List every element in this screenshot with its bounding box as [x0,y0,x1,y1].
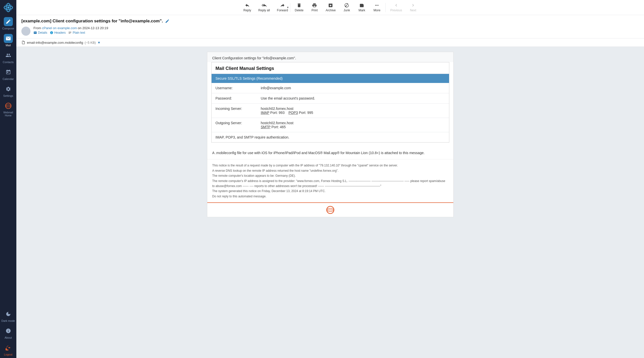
notice-box: This notice is the result of a request m… [207,159,453,202]
sidebar-item-darkmode[interactable]: Dark mode [0,307,16,324]
sidebar-item-webmail[interactable]: Webmail Home [0,99,16,119]
edit-icon[interactable] [165,19,170,23]
table-row: Username: info@example.com [212,83,449,93]
notice-line-3: The remote computer's location appears t… [212,173,448,178]
toolbar: Reply Reply all Forward ▼ Delete Print A… [16,0,644,15]
from-line: From cPanel on example.com on 2024-12-13… [33,26,108,30]
sidebar-item-settings[interactable]: Settings [0,82,16,99]
info-icon [50,31,53,34]
notice-line-6: Do not reply to this automated message. [212,194,448,199]
main-area: Reply Reply all Forward ▼ Delete Print A… [16,0,644,358]
body-intro: Client Configuration settings for "info@… [207,52,453,62]
email-subject: [example.com] Client configuration setti… [21,19,639,24]
sidebar: Compose Mail Contacts Calendar [0,0,16,358]
settings-title: Mail Client Manual Settings [212,62,449,74]
settings-table: Username: info@example.com Password: Use… [212,83,449,132]
ssl-header: Secure SSL/TLS Settings (Recommended) [212,74,449,83]
next-button[interactable]: Next [406,1,421,14]
sidebar-item-contacts[interactable]: Contacts [0,49,16,66]
footer-logo [207,202,453,217]
sidebar-item-mail[interactable]: Mail [0,32,16,49]
attachment-icon [21,40,25,44]
print-button[interactable]: Print [307,1,322,14]
notice-line-5: The system generated this notice on Frid… [212,189,448,194]
attachment-row: email-info@example.com.mobileconfig (~5 … [16,38,644,47]
sidebar-item-calendar[interactable]: Calendar [0,66,16,82]
forward-group: Forward ▼ [273,1,289,14]
plain-text-link[interactable]: Plain text [68,31,85,34]
table-row: Password: Use the email account's passwo… [212,93,449,104]
mail-settings-box: Mail Client Manual Settings Secure SSL/T… [211,62,449,143]
previous-button[interactable]: Previous [387,1,406,14]
email-meta-info: From cPanel on example.com on 2024-12-13… [33,26,108,34]
archive-button[interactable]: Archive [322,1,339,14]
more-button[interactable]: More [369,1,384,14]
reply-button[interactable]: Reply [240,1,255,14]
from-link[interactable]: cPanel on example.com [42,26,77,30]
auth-note: IMAP, POP3, and SMTP require authenticat… [212,132,449,142]
email-body-inner: Client Configuration settings for "info@… [207,52,454,217]
email-actions-row: Details Headers Plain text [33,31,108,34]
email-body[interactable]: Client Configuration settings for "info@… [16,47,644,358]
attachment-dropdown[interactable]: ▼ [97,41,101,44]
cpanel-logo [326,205,335,214]
email-header: [example.com] Client configuration setti… [16,15,644,38]
details-link[interactable]: Details [33,31,47,34]
text-icon [68,31,72,34]
toolbar-separator-1 [290,3,290,12]
envelope-icon [33,31,37,34]
headers-link[interactable]: Headers [50,31,66,34]
app-logo [0,0,16,15]
email-meta: From cPanel on example.com on 2024-12-13… [21,26,639,36]
delete-button[interactable]: Delete [291,1,307,14]
notice-line-4: The remote computer's IP address is assi… [212,178,448,189]
junk-button[interactable]: Junk [339,1,354,14]
attachment-size: (~5 KB) [85,41,96,44]
forward-button[interactable]: Forward [273,1,289,14]
mobileconfig-note: A .mobileconfig file for use with iOS fo… [207,147,453,159]
table-row: Incoming Server: hostch02.fornex.host IM… [212,104,449,118]
forward-dropdown-arrow[interactable]: ▼ [287,6,289,9]
table-row: Outgoing Server: hostch02.fornex.host SM… [212,118,449,132]
mark-button[interactable]: Mark [354,1,369,14]
sidebar-item-logout[interactable]: Logout [0,341,16,358]
svg-point-3 [7,7,9,9]
reply-all-button[interactable]: Reply all [255,1,273,14]
sidebar-item-compose[interactable]: Compose [0,15,16,32]
sender-avatar [21,27,30,36]
sidebar-item-about[interactable]: About [0,324,16,341]
attachment-name: email-info@example.com.mobileconfig [27,41,83,44]
notice-line-1: This notice is the result of a request m… [212,163,448,168]
toolbar-separator-2 [385,3,386,12]
notice-line-2: A reverse DNS lookup on the remote IP ad… [212,168,448,173]
